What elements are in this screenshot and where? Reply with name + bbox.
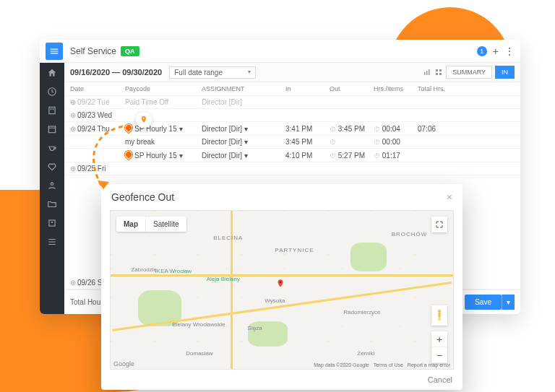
sidebar-folder-icon[interactable] bbox=[46, 199, 58, 210]
svg-rect-9 bbox=[426, 71, 428, 75]
svg-point-17 bbox=[279, 281, 281, 283]
callout-pin-icon bbox=[136, 112, 152, 128]
geofence-pin-icon bbox=[124, 123, 134, 133]
map-type-control[interactable]: Map Satellite bbox=[116, 217, 186, 232]
add-button[interactable]: + bbox=[493, 45, 499, 57]
svg-rect-1 bbox=[49, 107, 55, 113]
zoom-control: + − bbox=[431, 331, 447, 363]
topbar: Self Service QA 1 + ⋮ bbox=[40, 40, 520, 63]
svg-point-5 bbox=[51, 183, 53, 185]
save-button[interactable]: Save▾ bbox=[465, 295, 515, 310]
svg-rect-21 bbox=[440, 317, 441, 321]
svg-rect-19 bbox=[439, 313, 441, 317]
geofence-modal: Geofence Out × Map Satellite + − IKEA Wr… bbox=[101, 184, 462, 390]
google-logo: Google bbox=[113, 360, 134, 367]
svg-rect-8 bbox=[424, 72, 426, 75]
sidebar-users-icon[interactable] bbox=[46, 180, 58, 191]
sidebar-calendar-icon[interactable] bbox=[46, 123, 58, 135]
svg-rect-20 bbox=[439, 317, 439, 321]
cancel-button[interactable]: Cancel bbox=[428, 375, 452, 384]
close-icon[interactable]: × bbox=[447, 191, 452, 203]
bar-chart-icon[interactable] bbox=[423, 68, 431, 77]
hamburger-menu[interactable] bbox=[46, 43, 63, 60]
filter-bar: 09/16/2020 — 09/30/2020 Full date range … bbox=[64, 63, 520, 82]
map-type-satellite[interactable]: Satellite bbox=[146, 217, 186, 232]
map-marker-icon bbox=[275, 277, 285, 287]
sidebar-clock-icon[interactable] bbox=[46, 86, 58, 97]
terms-link[interactable]: Terms of Use bbox=[374, 362, 403, 367]
svg-rect-13 bbox=[436, 73, 438, 75]
table-row[interactable]: SP Hourly 15 ▾ Director [Dir] ▾ 4:10 PM … bbox=[64, 149, 520, 162]
sidebar-heart-icon[interactable] bbox=[46, 161, 58, 173]
more-menu[interactable]: ⋮ bbox=[504, 45, 515, 57]
svg-rect-3 bbox=[53, 108, 54, 110]
svg-rect-10 bbox=[429, 69, 430, 75]
zoom-in-button[interactable]: + bbox=[431, 331, 447, 347]
map-attribution: Map data ©2020 Google Terms of Use Repor… bbox=[314, 362, 450, 367]
in-toggle[interactable]: IN bbox=[495, 66, 515, 79]
modal-title: Geofence Out bbox=[111, 191, 174, 203]
geofence-pin-icon bbox=[124, 149, 134, 160]
table-header: Date Paycode ASSIGNMENT In Out Hrs./Item… bbox=[64, 82, 520, 96]
notification-badge[interactable]: 1 bbox=[477, 46, 487, 56]
date-range-picker[interactable]: 09/16/2020 — 09/30/2020 bbox=[70, 68, 162, 77]
svg-rect-11 bbox=[436, 69, 438, 71]
svg-rect-12 bbox=[439, 69, 442, 71]
zoom-out-button[interactable]: − bbox=[431, 347, 447, 363]
app-title: Self Service bbox=[70, 46, 116, 56]
svg-rect-2 bbox=[51, 108, 52, 110]
sidebar bbox=[40, 63, 64, 314]
env-badge: QA bbox=[121, 46, 139, 56]
table-row[interactable]: ⊕09/25 Fri bbox=[64, 162, 520, 175]
sidebar-building-icon[interactable] bbox=[46, 105, 58, 116]
table-row[interactable]: my break Director [Dir] ▾ 3:45 PM ⏱ ⏱ 00… bbox=[64, 136, 520, 149]
sidebar-coffee-icon[interactable] bbox=[46, 142, 58, 154]
fullscreen-icon[interactable] bbox=[431, 217, 447, 232]
svg-rect-4 bbox=[48, 126, 55, 133]
map-canvas[interactable]: Map Satellite + − IKEA Wrocław Aleja Bie… bbox=[110, 210, 454, 370]
pegman-icon[interactable] bbox=[431, 305, 447, 326]
svg-point-16 bbox=[143, 118, 145, 119]
sidebar-user-icon[interactable] bbox=[46, 217, 58, 229]
summary-toggle[interactable]: SUMMARY bbox=[446, 66, 492, 79]
grid-icon[interactable] bbox=[434, 68, 443, 77]
table-row[interactable]: ⊕09/24 Thu SP Hourly 15 ▾ Director [Dir]… bbox=[64, 122, 520, 136]
svg-point-18 bbox=[438, 310, 441, 313]
date-range-dropdown[interactable]: Full date range bbox=[169, 66, 256, 79]
sidebar-list-icon[interactable] bbox=[46, 236, 58, 248]
svg-point-7 bbox=[51, 222, 53, 223]
svg-rect-14 bbox=[439, 73, 442, 75]
map-type-map[interactable]: Map bbox=[116, 217, 146, 232]
report-link[interactable]: Report a map error bbox=[408, 362, 450, 367]
table-row[interactable]: ⊕09/23 Wed bbox=[64, 109, 520, 122]
sidebar-home-icon[interactable] bbox=[46, 67, 58, 79]
table-row[interactable]: ⊕09/22 Tue Paid Time Off Director [Dir] bbox=[64, 96, 520, 109]
